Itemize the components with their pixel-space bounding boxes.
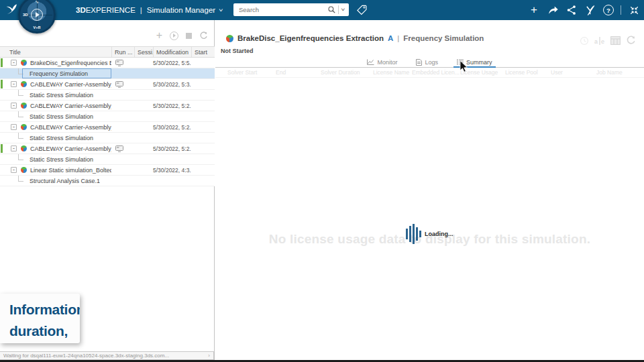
app-switcher[interactable]: Simulation Manager ˅: [147, 6, 223, 14]
app-name: Simulation Manager: [147, 6, 215, 14]
logs-document-icon: [416, 59, 422, 66]
collapse-toggle[interactable]: -: [11, 145, 17, 152]
video-caption-overlay: Information duration,: [0, 294, 80, 343]
column-header-2[interactable]: Sessi...: [134, 47, 153, 57]
start-cell: [191, 90, 215, 100]
summary-column-3: License Name: [373, 69, 412, 76]
stop-button[interactable]: [186, 33, 192, 39]
start-cell: [191, 176, 215, 186]
help-icon[interactable]: ?: [603, 5, 614, 15]
collapse-toggle[interactable]: -: [11, 167, 17, 173]
share-arrow-icon[interactable]: [547, 4, 559, 16]
tag-icon[interactable]: [356, 4, 368, 18]
page-title: BrakeDisc_Eigenfrequencies Extraction: [237, 34, 384, 42]
start-cell: [191, 111, 215, 121]
run-status-indicator: [1, 58, 3, 67]
collapse-toggle[interactable]: -: [11, 81, 17, 87]
simulation-title: CABLEWAY Carrier-Assembly_S...: [30, 103, 111, 109]
title-cell: -CABLEWAY Carrier-Assembly_S...: [0, 143, 111, 154]
simulation-row[interactable]: -Linear Static simulation_Bolted As...5/…: [0, 165, 215, 176]
title-cell: -Linear Static simulation_Bolted As...: [0, 165, 111, 175]
simulation-icon: [21, 60, 27, 66]
share-nodes-icon[interactable]: [566, 4, 578, 16]
detail-toolbar: ae: [580, 36, 636, 46]
top-bar: ∿ 3D V+R 3DEXPERIENCE | Simulation Manag…: [0, 0, 644, 20]
tree-connector-icon: [18, 90, 23, 96]
run-status-indicator: [1, 144, 3, 153]
start-cell: [191, 143, 215, 154]
search-input[interactable]: [233, 6, 327, 13]
case-title: Frequency Simulation: [30, 70, 88, 77]
case-title: Static Stress Simulation: [30, 92, 93, 99]
start-cell: [191, 58, 215, 68]
refresh-detail-icon[interactable]: [626, 36, 636, 46]
start-cell: [191, 133, 215, 143]
simulation-case-row[interactable]: Static Stress Simulation: [0, 133, 215, 143]
title-cell: Static Stress Simulation: [0, 111, 111, 121]
search-icon[interactable]: [327, 5, 336, 14]
case-title: Static Stress Simulation: [30, 135, 93, 141]
simulation-row[interactable]: -CABLEWAY Carrier-Assembly_S...5/30/2022…: [0, 143, 215, 154]
simulation-row[interactable]: -CABLEWAY Carrier-Assembly_S...5/30/2022…: [0, 122, 215, 133]
title-cell: -CABLEWAY Carrier-Assembly_S...: [0, 122, 111, 132]
brand-title: 3DEXPERIENCE |: [76, 6, 147, 14]
collapse-toggle[interactable]: -: [11, 124, 17, 130]
simulation-type-icon: [226, 35, 233, 42]
status-more-icon: ›: [208, 353, 210, 359]
case-title: Structural Analysis Case.1: [30, 178, 100, 184]
simulation-case-row[interactable]: Structural Analysis Case.1: [0, 176, 215, 186]
simulation-case-row[interactable]: Static Stress Simulation: [0, 111, 215, 122]
simulation-case-row[interactable]: Frequency Simulation: [0, 68, 215, 79]
chevron-down-icon: ˅: [219, 7, 223, 13]
run-button[interactable]: [170, 32, 178, 40]
simulation-icon: [21, 145, 27, 152]
3dswym-icon[interactable]: [584, 4, 596, 16]
title-cell: -CABLEWAY Carrier-Assembly_S...: [0, 101, 111, 111]
refresh-list-icon[interactable]: [199, 32, 208, 40]
simulation-case-row[interactable]: Static Stress Simulation: [0, 90, 215, 101]
simulation-detail-panel: BrakeDisc_Eigenfrequencies Extraction A …: [215, 20, 644, 362]
summary-header-row: Solver StartEndSolver DurationLicense Na…: [215, 68, 644, 78]
tab-logs-label: Logs: [425, 59, 438, 66]
title-cell: Static Stress Simulation: [0, 154, 111, 164]
new-simulation-button[interactable]: +: [156, 31, 162, 40]
compass-3d-label: 3D: [23, 13, 28, 17]
compass-vr-label: V+R: [34, 25, 41, 29]
simulation-row[interactable]: -CABLEWAY Carrier-Assembly_S...5/30/2022…: [0, 101, 215, 111]
tab-monitor[interactable]: Monitor: [367, 57, 397, 67]
simulation-case-row[interactable]: Static Stress Simulation: [0, 154, 215, 165]
summary-column-1: End: [276, 69, 321, 76]
add-content-button[interactable]: +: [528, 4, 540, 16]
table-view-icon[interactable]: [610, 36, 621, 45]
browser-status-bar: Waiting for dsqal111-euw1-24qna10524-spa…: [0, 351, 214, 360]
title-cell: Static Stress Simulation: [0, 90, 111, 100]
brand-experience: EXPERIENCE: [86, 6, 136, 14]
title-cell: Structural Analysis Case.1: [0, 176, 111, 186]
run-cell: [111, 111, 134, 121]
collapse-window-icon[interactable]: [628, 4, 640, 16]
collapse-toggle[interactable]: -: [11, 103, 17, 109]
search-bar[interactable]: ˅: [233, 3, 349, 16]
compass-play-icon[interactable]: [31, 9, 43, 21]
column-header-4[interactable]: Start: [191, 47, 215, 57]
start-cell: [191, 79, 215, 89]
tab-monitor-label: Monitor: [377, 59, 397, 66]
session-cell: [134, 122, 153, 132]
tree-connector-icon: [18, 176, 23, 182]
modification-cell: [153, 133, 191, 143]
column-header-0[interactable]: Title: [0, 47, 111, 57]
rename-icon[interactable]: ae: [594, 36, 605, 46]
history-clock-icon[interactable]: [580, 36, 589, 46]
compass-wave-glyph: ∿: [35, 0, 39, 5]
simulation-row[interactable]: -BrakeDisc_Eigenfrequencies Extr...5/30/…: [0, 58, 215, 68]
column-header-1[interactable]: Run ...: [111, 47, 134, 57]
title-cell: -CABLEWAY Carrier-Assembly_S...: [0, 79, 111, 89]
tab-logs[interactable]: Logs: [416, 57, 438, 67]
search-options-chevron-icon[interactable]: ˅: [338, 7, 352, 12]
simulation-row[interactable]: -CABLEWAY Carrier-Assembly_S...5/30/2022…: [0, 79, 215, 90]
start-cell: [191, 101, 215, 111]
collapse-toggle[interactable]: -: [11, 60, 17, 66]
column-header-3[interactable]: Modification: [153, 47, 191, 57]
status-message: Waiting for dsqal111-euw1-24qna10524-spa…: [3, 353, 169, 359]
session-cell: [134, 68, 153, 78]
